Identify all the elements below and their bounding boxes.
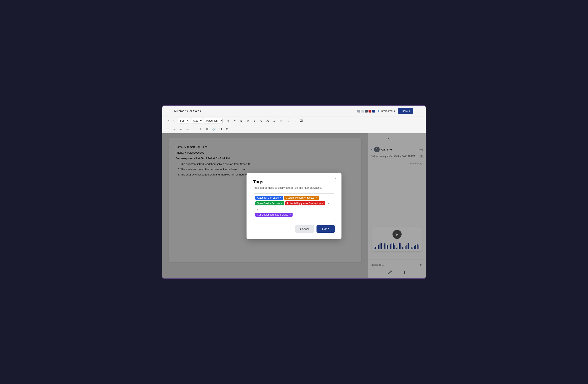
tag-smartgeeks: SmartGeeks Service × <box>255 201 284 205</box>
undo-button[interactable]: ↺ <box>165 118 170 124</box>
cancel-button[interactable]: Cancel <box>295 225 314 233</box>
align-left-button[interactable]: ≡ <box>178 126 184 132</box>
tag-automart-label: Automart Car Sales <box>257 196 279 199</box>
tags-row-3: Car Dealer Targeted Service × <box>255 213 333 217</box>
toolbar-row1: ↺ ↻ Font Size Paragraph ¶ ❝ B U I S X₂ X… <box>162 116 426 125</box>
tags-dropdown-button[interactable]: ▾ <box>255 207 260 212</box>
tag-automart-close[interactable]: × <box>280 196 281 199</box>
color-swatches <box>357 110 375 112</box>
share-chevron-icon: ▾ <box>409 109 410 112</box>
color-swatch-darkgray[interactable] <box>365 110 368 112</box>
tag-custom-modern-close[interactable]: × <box>316 196 317 199</box>
font-color-button[interactable]: A <box>278 118 284 124</box>
text-block-button[interactable]: T <box>198 126 204 132</box>
color-swatch-red[interactable] <box>369 110 371 112</box>
top-bar-right: Interested ▾ Share ▾ ··· <box>378 108 422 114</box>
tag-car-dealer: Car Dealer Targeted Service × <box>255 213 293 217</box>
subscript-button[interactable]: X₂ <box>265 118 271 124</box>
table-button[interactable]: ⊟ <box>224 126 230 132</box>
indent-button[interactable]: ⇥ <box>171 126 177 132</box>
tags-modal: × Tags Tags can be used to easily catego… <box>247 172 341 239</box>
share-label: Share <box>400 109 408 112</box>
main-area: Name: Automart Car Sales Phone: +4420809… <box>162 133 426 278</box>
color-swatch-navy[interactable] <box>372 110 375 112</box>
toolbar-row2: ☰ ⇥ ≡ — ⋮ T ⊞ 🔗 🖼 ⊟ <box>162 125 426 133</box>
italic-button[interactable]: I <box>252 118 257 124</box>
highlight-button[interactable]: A <box>285 118 291 124</box>
tags-row-1: Automart Car Sales × Custom Modern Websi… <box>255 196 333 200</box>
color-swatch-gray[interactable] <box>357 110 360 112</box>
numbered-list-button[interactable]: ⋮ <box>191 126 197 132</box>
clear-format-button[interactable]: T̶ <box>291 118 297 124</box>
redo-button[interactable]: ↻ <box>171 118 177 124</box>
tag-potential-upgrades-close[interactable]: × <box>322 202 323 205</box>
strikethrough-button[interactable]: S <box>258 118 264 124</box>
share-button[interactable]: Share ▾ <box>398 108 413 114</box>
eraser-button[interactable]: ⌫ <box>298 118 304 124</box>
back-button[interactable]: ← <box>166 108 171 114</box>
top-bar: ← Automart Car Sales Interested ▾ Share … <box>162 106 426 116</box>
tags-input-area[interactable]: Automart Car Sales × Custom Modern Websi… <box>253 193 335 220</box>
tag-potential-upgrades: Potential Upgrades Discussion × <box>285 201 325 205</box>
superscript-button[interactable]: X² <box>272 118 277 124</box>
status-dot <box>378 110 379 112</box>
paragraph-selector[interactable]: Paragraph <box>204 118 223 124</box>
modal-overlay: × Tags Tags can be used to easily catego… <box>162 133 426 278</box>
document-title: Automart Car Sales <box>174 109 355 113</box>
more-options-button[interactable]: ··· <box>416 108 422 114</box>
underline-button[interactable]: U <box>245 118 251 124</box>
tag-car-dealer-label: Car Dealer Targeted Service <box>257 213 288 216</box>
image-button[interactable]: 🖼 <box>218 126 223 132</box>
color-swatch-lightgray[interactable] <box>361 110 364 112</box>
link-button[interactable]: 🔗 <box>211 126 217 132</box>
tag-custom-modern-label: Custom Modern Websites <box>286 196 315 199</box>
tag-smartgeeks-label: SmartGeeks Service <box>257 202 280 205</box>
blockquote-button[interactable]: ❝ <box>232 118 238 124</box>
modal-subtitle: Tags can be used to easily categorize an… <box>253 186 335 189</box>
grid-button[interactable]: ⊞ <box>204 126 210 132</box>
tag-potential-upgrades-label: Potential Upgrades Discussion <box>287 202 321 205</box>
modal-title: Tags <box>253 179 335 185</box>
size-selector[interactable]: Size <box>191 118 203 124</box>
pilcrow-button[interactable]: ¶ <box>225 118 231 124</box>
divider-1 <box>224 119 224 123</box>
tag-automart: Automart Car Sales × <box>255 196 283 200</box>
tag-custom-modern: Custom Modern Websites × <box>284 196 319 200</box>
tags-clear-button[interactable]: × <box>326 201 331 206</box>
modal-actions: Cancel Done <box>253 225 335 233</box>
font-selector[interactable]: Font <box>178 118 190 124</box>
tag-car-dealer-close[interactable]: × <box>290 213 291 216</box>
modal-close-button[interactable]: × <box>332 176 338 182</box>
bold-button[interactable]: B <box>238 118 244 124</box>
status-chevron: ▾ <box>394 109 395 112</box>
status-pill[interactable]: Interested ▾ <box>378 109 395 112</box>
status-label: Interested <box>380 109 393 112</box>
bullet-list-button[interactable]: ☰ <box>165 126 170 132</box>
tags-row-2: SmartGeeks Service × Potential Upgrades … <box>255 201 333 212</box>
done-button[interactable]: Done <box>316 225 335 233</box>
hr-button[interactable]: — <box>185 126 190 132</box>
tag-smartgeeks-close[interactable]: × <box>281 202 282 205</box>
